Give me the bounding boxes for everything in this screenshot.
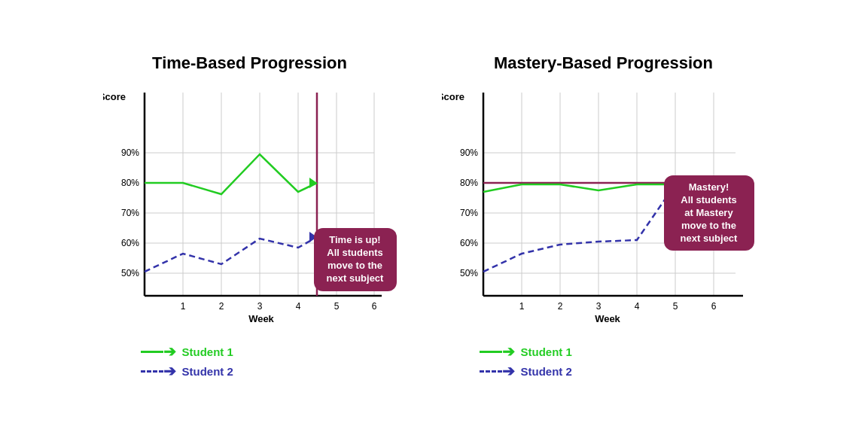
chart1-legend: ➔ Student 1 ➔ Student 2 bbox=[141, 344, 233, 379]
chart1-y-50: 50% bbox=[120, 268, 139, 278]
chart1-callout: Time is up!All studentsmove to thenext s… bbox=[314, 228, 397, 291]
chart2-callout: Mastery!All studentsat Masterymove to th… bbox=[664, 175, 754, 251]
chart2-student2-line bbox=[483, 184, 675, 272]
svg-text:3: 3 bbox=[595, 301, 601, 312]
chart2-callout-text: Mastery!All studentsat Masterymove to th… bbox=[681, 181, 738, 244]
chart1-y-80: 80% bbox=[120, 178, 139, 188]
svg-text:6: 6 bbox=[711, 301, 716, 312]
chart1-y-70: 70% bbox=[120, 208, 139, 218]
chart2-legend-line1: ➔ bbox=[480, 344, 515, 359]
chart2-title: Mastery-Based Progression bbox=[494, 53, 713, 73]
chart1-legend-student1-label: Student 1 bbox=[182, 345, 233, 358]
chart2-legend-student2: ➔ Student 2 bbox=[480, 364, 572, 379]
svg-text:5: 5 bbox=[333, 301, 339, 312]
chart1-area: Score bbox=[103, 78, 397, 336]
chart2-legend-student1-label: Student 1 bbox=[521, 345, 572, 358]
chart1-legend-student2: ➔ Student 2 bbox=[141, 364, 233, 379]
chart1-y-90: 90% bbox=[120, 148, 139, 158]
svg-text:50%: 50% bbox=[459, 268, 477, 278]
svg-text:5: 5 bbox=[672, 301, 678, 312]
chart1-y-60: 60% bbox=[120, 238, 139, 248]
svg-text:3: 3 bbox=[257, 301, 262, 312]
svg-text:4: 4 bbox=[634, 301, 639, 312]
chart1-wrapper: Time-Based Progression Score bbox=[103, 53, 397, 379]
svg-text:6: 6 bbox=[371, 301, 376, 312]
chart1-student1-arrow bbox=[309, 178, 317, 188]
chart1-title: Time-Based Progression bbox=[152, 53, 347, 73]
chart2-y-label: Score bbox=[442, 91, 464, 102]
svg-text:Week: Week bbox=[595, 313, 620, 324]
chart2-legend-student1: ➔ Student 1 bbox=[480, 344, 572, 359]
chart2-legend-line2: ➔ bbox=[480, 364, 515, 379]
svg-text:1: 1 bbox=[180, 301, 185, 312]
chart1-svg: Score bbox=[103, 78, 397, 333]
chart2-student1-line bbox=[483, 184, 675, 192]
chart2-area: Score 90% bbox=[442, 78, 766, 336]
chart1-y-label: Score bbox=[103, 91, 126, 102]
svg-text:2: 2 bbox=[557, 301, 562, 312]
svg-text:90%: 90% bbox=[459, 148, 477, 158]
svg-text:80%: 80% bbox=[459, 178, 477, 188]
chart1-legend-line1: ➔ bbox=[141, 344, 176, 359]
chart2-legend-student2-label: Student 2 bbox=[521, 365, 572, 378]
svg-text:70%: 70% bbox=[459, 208, 477, 218]
chart1-student2-line bbox=[145, 237, 317, 272]
charts-container: Time-Based Progression Score bbox=[81, 46, 788, 386]
chart1-legend-student1: ➔ Student 1 bbox=[141, 344, 233, 359]
chart1-legend-line2: ➔ bbox=[141, 364, 176, 379]
svg-text:Week: Week bbox=[248, 313, 274, 324]
chart2-legend: ➔ Student 1 ➔ Student 2 bbox=[480, 344, 572, 379]
chart1-legend-student2-label: Student 2 bbox=[182, 365, 233, 378]
svg-text:2: 2 bbox=[218, 301, 224, 312]
svg-text:1: 1 bbox=[519, 301, 524, 312]
chart1-student1-line bbox=[145, 154, 317, 194]
svg-text:4: 4 bbox=[295, 301, 300, 312]
svg-text:60%: 60% bbox=[459, 238, 477, 248]
chart1-callout-text: Time is up!All studentsmove to thenext s… bbox=[327, 234, 384, 284]
chart2-wrapper: Mastery-Based Progression Score bbox=[442, 53, 766, 379]
